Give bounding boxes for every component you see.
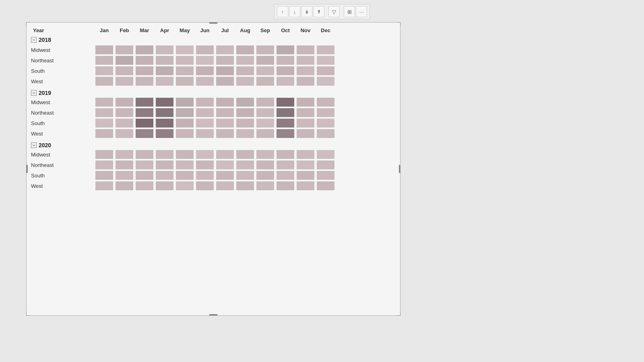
heat-cell-2019-west-jun[interactable] [195, 128, 215, 139]
heat-cell-2020-northeast-jun[interactable] [195, 160, 215, 170]
heat-cell-2019-south-apr[interactable] [155, 118, 175, 128]
heat-cell-2020-northeast-apr[interactable] [155, 160, 175, 170]
heat-cell-2020-west-mar[interactable] [134, 181, 155, 191]
heat-cell-2018-northeast-nov[interactable] [295, 55, 316, 66]
heat-cell-2019-west-mar[interactable] [134, 128, 155, 139]
heat-cell-2019-northeast-jun[interactable] [195, 107, 215, 118]
heat-cell-2020-midwest-nov[interactable] [295, 149, 316, 160]
heat-cell-2019-midwest-sep[interactable] [255, 97, 275, 107]
heat-cell-2019-northeast-feb[interactable] [114, 107, 134, 118]
more-button[interactable]: ··· [356, 6, 367, 17]
heat-cell-2018-west-aug[interactable] [235, 76, 255, 86]
heat-cell-2018-northeast-jan[interactable] [94, 55, 114, 66]
heat-cell-2020-west-aug[interactable] [235, 181, 255, 191]
corner-bl-handle[interactable] [26, 312, 30, 316]
heat-cell-2020-northeast-may[interactable] [175, 160, 195, 170]
heat-cell-2019-west-dec[interactable] [316, 128, 336, 139]
heat-cell-2019-northeast-oct[interactable] [275, 107, 295, 118]
corner-tr-handle[interactable] [396, 22, 400, 26]
heat-cell-2019-midwest-oct[interactable] [275, 97, 295, 107]
heat-cell-2020-midwest-apr[interactable] [155, 149, 175, 160]
heat-cell-2018-west-dec[interactable] [316, 76, 336, 86]
heat-cell-2020-northeast-oct[interactable] [275, 160, 295, 170]
heat-cell-2020-south-aug[interactable] [235, 170, 255, 181]
heat-cell-2020-west-dec[interactable] [316, 181, 336, 191]
heat-cell-2018-northeast-jul[interactable] [215, 55, 235, 66]
heat-cell-2020-south-oct[interactable] [275, 170, 295, 181]
heat-cell-2020-west-jul[interactable] [215, 181, 235, 191]
heat-cell-2018-west-jan[interactable] [94, 76, 114, 86]
heat-cell-2018-midwest-apr[interactable] [155, 45, 175, 55]
heat-cell-2020-northeast-jul[interactable] [215, 160, 235, 170]
heat-cell-2018-south-feb[interactable] [114, 66, 134, 76]
heat-cell-2018-northeast-may[interactable] [175, 55, 195, 66]
heat-cell-2018-south-nov[interactable] [295, 66, 316, 76]
heat-cell-2020-midwest-jun[interactable] [195, 149, 215, 160]
heat-cell-2019-midwest-aug[interactable] [235, 97, 255, 107]
heat-cell-2020-midwest-feb[interactable] [114, 149, 134, 160]
heat-cell-2018-south-jan[interactable] [94, 66, 114, 76]
heat-cell-2018-west-may[interactable] [175, 76, 195, 86]
heat-cell-2020-midwest-mar[interactable] [134, 149, 155, 160]
heat-cell-2020-south-mar[interactable] [134, 170, 155, 181]
collapse-2020-button[interactable]: − [31, 142, 37, 148]
heat-cell-2018-northeast-oct[interactable] [275, 55, 295, 66]
heat-cell-2019-west-oct[interactable] [275, 128, 295, 139]
heat-cell-2020-midwest-sep[interactable] [255, 149, 275, 160]
corner-br-handle[interactable] [396, 312, 400, 316]
heat-cell-2020-northeast-dec[interactable] [316, 160, 336, 170]
heat-cell-2020-south-jun[interactable] [195, 170, 215, 181]
heat-cell-2018-west-oct[interactable] [275, 76, 295, 86]
heat-cell-2020-south-feb[interactable] [114, 170, 134, 181]
heat-cell-2019-south-jun[interactable] [195, 118, 215, 128]
heat-cell-2018-midwest-mar[interactable] [134, 45, 155, 55]
heat-cell-2019-midwest-mar[interactable] [134, 97, 155, 107]
sort-asc2-button[interactable]: ↟ [313, 6, 324, 17]
heat-cell-2020-west-oct[interactable] [275, 181, 295, 191]
corner-tl-handle[interactable] [26, 22, 30, 26]
heat-cell-2018-south-sep[interactable] [255, 66, 275, 76]
heat-cell-2019-midwest-may[interactable] [175, 97, 195, 107]
heat-cell-2019-west-sep[interactable] [255, 128, 275, 139]
heat-cell-2018-northeast-aug[interactable] [235, 55, 255, 66]
heat-cell-2020-south-may[interactable] [175, 170, 195, 181]
heat-cell-2018-midwest-feb[interactable] [114, 45, 134, 55]
heat-cell-2019-south-oct[interactable] [275, 118, 295, 128]
heat-cell-2018-south-aug[interactable] [235, 66, 255, 76]
collapse-2018-button[interactable]: − [31, 37, 37, 43]
heat-cell-2019-south-jan[interactable] [94, 118, 114, 128]
heat-cell-2018-west-apr[interactable] [155, 76, 175, 86]
heat-cell-2020-west-apr[interactable] [155, 181, 175, 191]
heat-cell-2020-south-dec[interactable] [316, 170, 336, 181]
sort-desc2-button[interactable]: ↡ [301, 6, 312, 17]
heat-cell-2018-northeast-sep[interactable] [255, 55, 275, 66]
heat-cell-2020-midwest-oct[interactable] [275, 149, 295, 160]
heat-cell-2019-south-may[interactable] [175, 118, 195, 128]
heat-cell-2018-west-jul[interactable] [215, 76, 235, 86]
heat-cell-2018-midwest-jun[interactable] [195, 45, 215, 55]
heat-cell-2019-northeast-apr[interactable] [155, 107, 175, 118]
heat-cell-2018-south-jul[interactable] [215, 66, 235, 76]
heat-cell-2018-south-may[interactable] [175, 66, 195, 76]
heat-cell-2019-west-nov[interactable] [295, 128, 316, 139]
expand-button[interactable]: ⊞ [344, 6, 355, 17]
heat-cell-2018-west-jun[interactable] [195, 76, 215, 86]
heat-cell-2018-south-apr[interactable] [155, 66, 175, 76]
heat-cell-2019-midwest-jul[interactable] [215, 97, 235, 107]
heat-cell-2018-midwest-may[interactable] [175, 45, 195, 55]
heat-cell-2018-south-oct[interactable] [275, 66, 295, 76]
heat-cell-2020-northeast-nov[interactable] [295, 160, 316, 170]
heat-cell-2019-west-aug[interactable] [235, 128, 255, 139]
heat-cell-2018-south-dec[interactable] [316, 66, 336, 76]
heat-cell-2019-northeast-jul[interactable] [215, 107, 235, 118]
sort-desc-button[interactable]: ↓ [289, 6, 300, 17]
heat-cell-2019-west-jul[interactable] [215, 128, 235, 139]
heat-cell-2018-south-mar[interactable] [134, 66, 155, 76]
heat-cell-2019-northeast-nov[interactable] [295, 107, 316, 118]
heat-cell-2018-midwest-jul[interactable] [215, 45, 235, 55]
heat-cell-2019-northeast-dec[interactable] [316, 107, 336, 118]
heat-cell-2019-south-feb[interactable] [114, 118, 134, 128]
heat-cell-2019-midwest-dec[interactable] [316, 97, 336, 107]
heat-cell-2020-west-sep[interactable] [255, 181, 275, 191]
sort-asc-button[interactable]: ↑ [277, 6, 288, 17]
